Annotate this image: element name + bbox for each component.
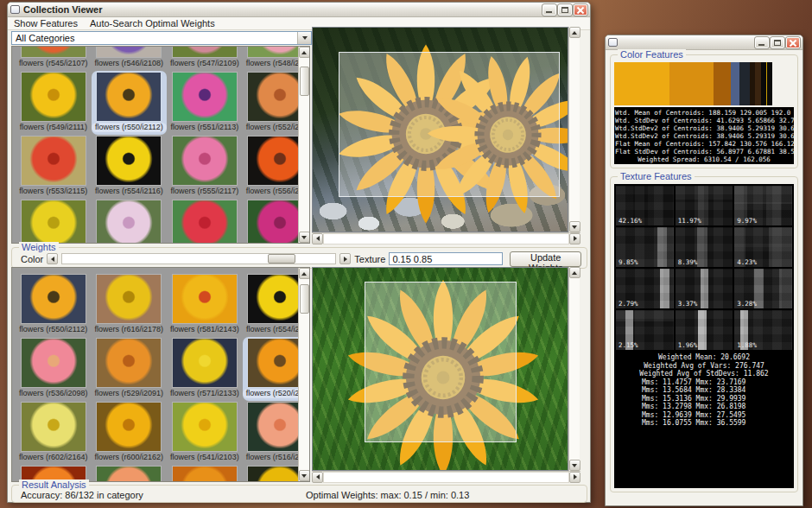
flower-thumbnail[interactable] — [22, 200, 86, 243]
flower-thumbnail[interactable] — [173, 200, 237, 243]
flower-thumbnail[interactable] — [22, 339, 86, 387]
bottom-grid-scrollbar[interactable] — [298, 268, 309, 481]
flower-thumbnail[interactable] — [173, 73, 237, 121]
slider-left-button[interactable] — [47, 253, 58, 264]
flower-thumbnail[interactable] — [248, 403, 298, 451]
flower-thumbnail[interactable] — [173, 339, 237, 387]
minimize-button[interactable] — [755, 37, 769, 48]
thumbnail-cell[interactable] — [167, 465, 243, 481]
flower-thumbnail[interactable] — [97, 403, 161, 451]
flower-thumbnail[interactable] — [248, 339, 298, 387]
thumbnail-cell[interactable]: flowers (r581/i2143) — [167, 273, 243, 337]
bottom-preview-image[interactable] — [312, 267, 568, 471]
minimize-button[interactable] — [542, 4, 556, 16]
thumbnail-cell[interactable]: flowers (r529/i2091) — [92, 337, 168, 401]
top-preview-hscrollbar[interactable] — [312, 232, 580, 244]
thumbnail-cell-selected[interactable]: flowers (r520/i2081) — [243, 337, 298, 401]
scroll-right-button[interactable] — [569, 233, 580, 244]
thumbnail-cell[interactable]: flowers (r547/i2109) — [167, 47, 243, 71]
maximize-button[interactable] — [771, 37, 784, 48]
thumbnail-cell[interactable]: flowers (r551/i2113) — [167, 71, 243, 135]
scroll-down-button[interactable] — [299, 470, 310, 481]
scroll-up-button[interactable] — [299, 47, 310, 58]
flower-thumbnail[interactable] — [248, 200, 298, 243]
scrollbar-track[interactable] — [299, 279, 310, 470]
scrollbar-thumb[interactable] — [300, 284, 309, 314]
top-grid-scrollbar[interactable] — [298, 47, 309, 243]
thumbnail-cell[interactable]: flowers (r516/i2077) — [243, 401, 298, 465]
thumbnail-cell[interactable]: flowers (r555/i2117) — [167, 135, 243, 199]
thumbnail-cell[interactable] — [243, 465, 298, 481]
thumbnail-cell[interactable]: flowers (r541/i2103) — [167, 401, 243, 465]
slider-right-button[interactable] — [339, 253, 351, 264]
scroll-down-button[interactable] — [299, 232, 310, 243]
thumbnail-cell[interactable]: flowers (r553/i2115) — [16, 135, 92, 199]
flower-thumbnail[interactable] — [97, 200, 161, 243]
flower-thumbnail[interactable] — [97, 47, 161, 57]
scrollbar-track[interactable] — [569, 38, 580, 221]
thumbnail-cell[interactable] — [92, 199, 168, 243]
thumbnail-cell[interactable]: flowers (r548/i2110) — [243, 47, 298, 71]
scroll-right-button[interactable] — [569, 472, 580, 483]
thumbnail-cell-selected[interactable]: flowers (r550/i2112) — [92, 71, 168, 135]
flower-thumbnail[interactable] — [248, 73, 298, 121]
scroll-up-button[interactable] — [299, 268, 310, 279]
top-preview-image[interactable] — [312, 27, 568, 232]
close-button[interactable] — [786, 37, 800, 48]
scroll-up-button[interactable] — [569, 27, 580, 38]
thumbnail-cell[interactable]: flowers (r616/i2178) — [92, 273, 168, 337]
title-bar[interactable]: Collection Viewer — [8, 3, 590, 17]
scroll-left-button[interactable] — [312, 233, 323, 244]
flower-thumbnail[interactable] — [173, 137, 237, 185]
bottom-preview-vscrollbar[interactable] — [568, 267, 580, 471]
scroll-left-button[interactable] — [312, 472, 323, 483]
thumbnail-cell[interactable]: flowers (r549/i2111) — [16, 71, 92, 135]
update-weights-button[interactable]: Update Weights — [510, 251, 581, 267]
flower-thumbnail[interactable] — [248, 275, 298, 323]
thumbnail-cell[interactable]: flowers (r554/i2116) — [92, 135, 168, 199]
flower-thumbnail[interactable] — [97, 339, 161, 387]
thumbnail-cell[interactable]: flowers (r602/i2164) — [16, 401, 92, 465]
thumbnail-cell[interactable]: flowers (r571/i2133) — [167, 337, 243, 401]
thumbnail-cell[interactable]: flowers (r600/i2162) — [92, 401, 168, 465]
flower-thumbnail[interactable] — [248, 47, 298, 57]
thumbnail-cell[interactable]: flowers (r554/i2116) — [243, 273, 298, 337]
scrollbar-thumb[interactable] — [300, 67, 309, 96]
slider-thumb[interactable] — [268, 254, 295, 264]
thumbnail-cell[interactable]: flowers (r545/i2107) — [16, 47, 92, 71]
close-button[interactable] — [574, 4, 587, 16]
flower-thumbnail[interactable] — [97, 137, 161, 185]
flower-thumbnail[interactable] — [22, 137, 86, 185]
flower-thumbnail[interactable] — [248, 467, 298, 481]
flower-thumbnail[interactable] — [22, 403, 86, 451]
thumbnail-cell[interactable]: flowers (r556/i2118) — [243, 135, 298, 199]
thumbnail-cell[interactable] — [16, 199, 92, 243]
thumbnail-cell[interactable]: flowers (r550/i2112) — [16, 273, 92, 337]
top-preview-vscrollbar[interactable] — [568, 27, 580, 232]
category-dropdown[interactable]: All Categories — [11, 31, 312, 45]
thumbnail-cell[interactable] — [92, 465, 168, 481]
title-bar[interactable] — [606, 35, 802, 50]
menu-auto-search[interactable]: Auto-Search Optimal Weights — [84, 17, 221, 29]
texture-weight-input[interactable] — [389, 252, 503, 265]
flower-thumbnail[interactable] — [22, 73, 86, 121]
thumbnail-cell[interactable] — [243, 199, 298, 243]
selection-rectangle[interactable] — [365, 282, 517, 442]
flower-thumbnail[interactable] — [97, 467, 161, 481]
scroll-down-button[interactable] — [569, 460, 580, 471]
thumbnail-cell[interactable] — [167, 199, 243, 243]
flower-thumbnail[interactable] — [173, 275, 237, 323]
flower-thumbnail[interactable] — [22, 275, 86, 323]
thumbnail-cell[interactable]: flowers (r552/i2114) — [243, 71, 298, 135]
color-weight-slider[interactable] — [61, 253, 336, 264]
scroll-up-button[interactable] — [569, 267, 580, 278]
scrollbar-track[interactable] — [323, 472, 569, 483]
flower-thumbnail[interactable] — [97, 275, 161, 323]
scrollbar-track[interactable] — [323, 233, 569, 244]
dropdown-button[interactable] — [297, 32, 311, 44]
flower-thumbnail[interactable] — [173, 47, 237, 57]
scroll-down-button[interactable] — [569, 221, 580, 232]
flower-thumbnail[interactable] — [248, 137, 298, 185]
menu-show-features[interactable]: Show Features — [8, 17, 84, 29]
flower-thumbnail[interactable] — [173, 403, 237, 451]
